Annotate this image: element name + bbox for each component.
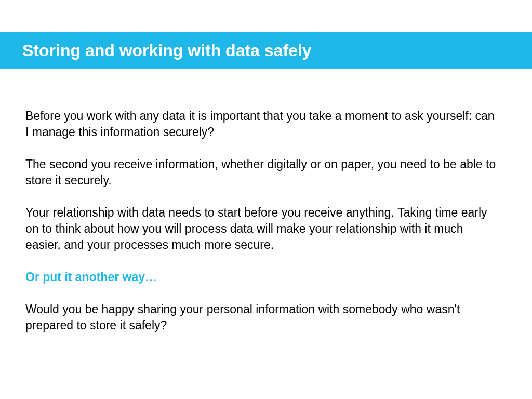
paragraph-1: Before you work with any data it is impo… [25, 108, 501, 140]
header-band: Storing and working with data safely [0, 32, 532, 69]
page-title: Storing and working with data safely [22, 41, 312, 60]
paragraph-3: Your relationship with data needs to sta… [25, 205, 501, 253]
highlight-text: Or put it another way… [25, 269, 501, 285]
paragraph-4: Would you be happy sharing your personal… [25, 301, 501, 334]
content-area: Before you work with any data it is impo… [25, 108, 501, 350]
paragraph-2: The second you receive information, whet… [25, 156, 501, 189]
